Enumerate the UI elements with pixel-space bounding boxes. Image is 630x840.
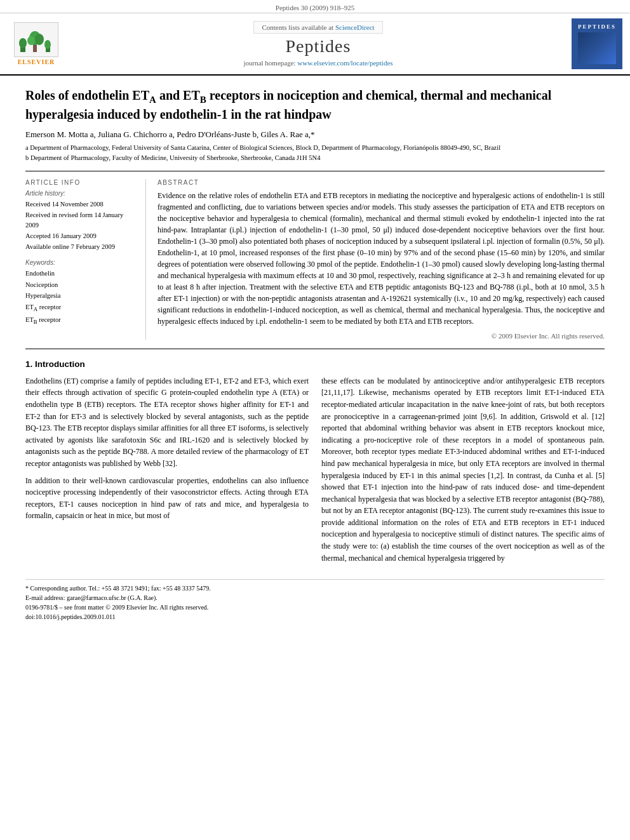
keyword-3: Hyperalgesia xyxy=(25,290,137,302)
elsevier-tree-icon xyxy=(17,25,55,54)
article-body: Roles of endothelin ETA and ETB receptor… xyxy=(0,76,630,633)
article-info-section-label: ARTICLE INFO xyxy=(25,179,137,186)
keywords-list: Endothelin Nociception Hyperalgesia ETA … xyxy=(25,268,137,327)
elsevier-brand-text: ELSEVIER xyxy=(18,58,55,65)
svg-point-1 xyxy=(19,38,27,48)
keyword-2: Nociception xyxy=(25,279,137,291)
copyright-line: © 2009 Elsevier Inc. All rights reserved… xyxy=(158,332,605,340)
intro-two-col: Endothelins (ET) comprise a family of pe… xyxy=(25,375,605,570)
intro-heading: 1. Introduction xyxy=(25,359,605,369)
abstract-col: ABSTRACT Evidence on the relative roles … xyxy=(158,179,605,340)
sciencedirect-prefix: Contents lists available at xyxy=(262,23,335,31)
sciencedirect-link[interactable]: ScienceDirect xyxy=(335,23,375,31)
footnote-area: * Corresponding author. Tel.: +55 48 372… xyxy=(25,579,605,620)
homepage-label: journal homepage: xyxy=(243,59,297,67)
article-info-col: ARTICLE INFO Article history: Received 1… xyxy=(25,179,146,340)
sciencedirect-banner: Contents lists available at ScienceDirec… xyxy=(253,21,382,34)
intro-section: 1. Introduction Endothelins (ET) compris… xyxy=(25,359,605,570)
affiliation-b: b Department of Pharmacology, Faculty of… xyxy=(25,153,605,163)
article-divider xyxy=(25,171,605,171)
title-text-start: Roles of endothelin ET xyxy=(25,88,149,102)
affiliation-a: a Department of Pharmacology, Federal Un… xyxy=(25,143,605,153)
available-date: Available online 7 February 2009 xyxy=(25,242,137,253)
keyword-4: ETA receptor xyxy=(25,302,137,314)
logo-image xyxy=(14,22,58,57)
title-text-mid: and ET xyxy=(156,88,200,102)
keyword-5: ETB receptor xyxy=(25,314,137,327)
abstract-section-label: ABSTRACT xyxy=(158,179,605,186)
authors-line: Emerson M. Motta a, Juliana G. Chichorro… xyxy=(25,130,605,140)
intro-para1: Endothelins (ET) comprise a family of pe… xyxy=(25,375,309,470)
intro-para2: In addition to their well-known cardiova… xyxy=(25,475,309,522)
article-info-abstract: ARTICLE INFO Article history: Received 1… xyxy=(25,179,605,340)
svg-point-5 xyxy=(35,34,44,45)
intro-right-para1: these effects can be modulated by antino… xyxy=(321,375,605,564)
keyword-1: Endothelin xyxy=(25,268,137,279)
journal-homepage: journal homepage: www.elsevier.com/locat… xyxy=(243,59,392,67)
elsevier-logo: ELSEVIER xyxy=(8,18,65,69)
abstract-text: Evidence on the relative roles of endoth… xyxy=(158,190,605,327)
affiliations: a Department of Pharmacology, Federal Un… xyxy=(25,143,605,163)
intro-right-col: these effects can be modulated by antino… xyxy=(321,375,605,570)
email-footnote: E-mail address: garae@farmaco.ufsc.br (G… xyxy=(25,593,605,603)
title-sub-b: B xyxy=(200,95,206,105)
journal-thumbnail: PEPTIDES xyxy=(572,18,622,69)
doi-footnote: doi:10.1016/j.peptides.2009.01.011 xyxy=(25,613,605,620)
homepage-url[interactable]: www.elsevier.com/locate/peptides xyxy=(297,59,392,67)
thumb-label: PEPTIDES xyxy=(578,23,616,30)
page-wrapper: Peptides 30 (2009) 918–925 ELSEVIER xyxy=(0,0,630,840)
accepted-date: Accepted 16 January 2009 xyxy=(25,231,137,242)
keywords-label: Keywords: xyxy=(25,259,137,266)
revised-date: Received in revised form 14 January 2009 xyxy=(25,210,137,232)
issn-footnote: 0196-9781/$ – see front matter © 2009 El… xyxy=(25,603,605,612)
received-date: Received 14 November 2008 xyxy=(25,199,137,210)
authors-text: Emerson M. Motta a, Juliana G. Chichorro… xyxy=(25,130,314,139)
journal-title: Peptides xyxy=(286,36,351,57)
title-sub-a: A xyxy=(149,95,156,105)
body-divider xyxy=(25,349,605,349)
journal-header: ELSEVIER Contents lists available at Sci… xyxy=(0,13,630,76)
citation-text: Peptides 30 (2009) 918–925 xyxy=(276,4,354,11)
corresponding-author: * Corresponding author. Tel.: +55 48 372… xyxy=(25,583,605,593)
article-title: Roles of endothelin ETA and ETB receptor… xyxy=(25,87,605,123)
citation-bar: Peptides 30 (2009) 918–925 xyxy=(0,0,630,13)
svg-point-7 xyxy=(44,40,51,49)
intro-left-col: Endothelins (ET) comprise a family of pe… xyxy=(25,375,309,570)
svg-point-4 xyxy=(27,36,35,45)
article-history-label: Article history: xyxy=(25,190,137,197)
journal-center-info: Contents lists available at ScienceDirec… xyxy=(71,18,565,69)
